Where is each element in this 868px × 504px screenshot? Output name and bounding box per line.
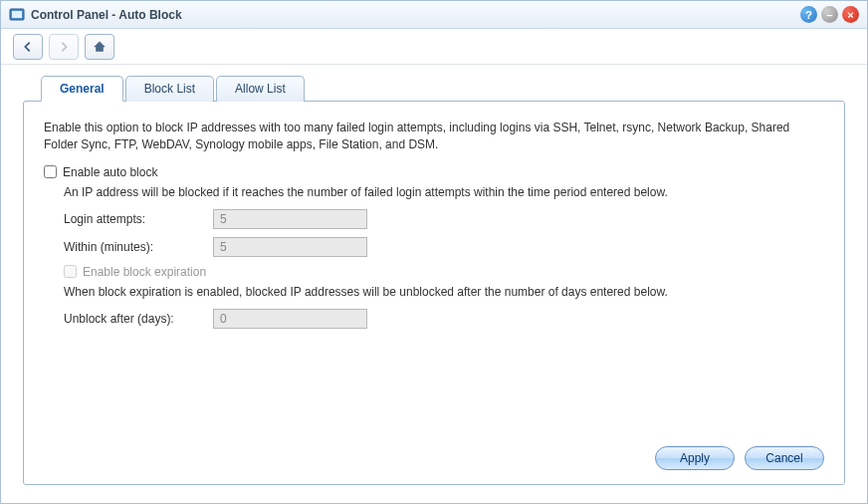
- block-condition-text: An IP address will be blocked if it reac…: [64, 185, 824, 199]
- forward-button[interactable]: [49, 34, 79, 60]
- tab-general[interactable]: General: [41, 76, 123, 102]
- tab-label: Block List: [144, 82, 195, 96]
- button-bar: Apply Cancel: [655, 446, 824, 470]
- enable-auto-block-label[interactable]: Enable auto block: [63, 165, 157, 179]
- within-minutes-row: Within (minutes):: [64, 237, 824, 257]
- home-icon: [93, 40, 107, 54]
- expiration-description: When block expiration is enabled, blocke…: [64, 285, 824, 299]
- enable-block-expiration-row: Enable block expiration: [64, 265, 824, 279]
- window-title: Control Panel - Auto Block: [31, 8, 800, 22]
- tabpanel-general: Enable this option to block IP addresses…: [23, 101, 845, 485]
- titlebar-controls: ? – ×: [800, 6, 859, 23]
- minimize-button[interactable]: –: [821, 6, 838, 23]
- panel-description: Enable this option to block IP addresses…: [44, 120, 824, 153]
- close-button[interactable]: ×: [842, 6, 859, 23]
- arrow-left-icon: [21, 40, 35, 54]
- enable-auto-block-checkbox[interactable]: [44, 165, 57, 178]
- tab-allow-list[interactable]: Allow List: [216, 76, 305, 102]
- login-attempts-input[interactable]: [213, 209, 367, 229]
- enable-block-expiration-label: Enable block expiration: [83, 265, 206, 279]
- auto-block-settings: An IP address will be blocked if it reac…: [44, 185, 824, 329]
- tabs-container: General Block List Allow List Enable thi…: [23, 75, 845, 485]
- within-minutes-input[interactable]: [213, 237, 367, 257]
- content-area: General Block List Allow List Enable thi…: [1, 65, 867, 503]
- tabstrip: General Block List Allow List: [23, 75, 845, 101]
- tab-label: General: [60, 82, 105, 96]
- unblock-after-row: Unblock after (days):: [64, 309, 824, 329]
- unblock-after-input[interactable]: [213, 309, 367, 329]
- nav-toolbar: [1, 29, 867, 65]
- back-button[interactable]: [13, 34, 43, 60]
- svg-rect-1: [12, 11, 22, 18]
- help-button[interactable]: ?: [800, 6, 817, 23]
- apply-button[interactable]: Apply: [655, 446, 735, 470]
- tab-label: Allow List: [235, 82, 286, 96]
- arrow-right-icon: [57, 40, 71, 54]
- window-frame: Control Panel - Auto Block ? – × General…: [0, 0, 868, 504]
- login-attempts-label: Login attempts:: [64, 212, 213, 226]
- app-icon: [9, 7, 25, 23]
- within-minutes-label: Within (minutes):: [64, 240, 213, 254]
- titlebar: Control Panel - Auto Block ? – ×: [1, 1, 867, 29]
- home-button[interactable]: [85, 34, 114, 60]
- enable-auto-block-row: Enable auto block: [44, 165, 824, 179]
- unblock-after-label: Unblock after (days):: [64, 312, 213, 326]
- tab-block-list[interactable]: Block List: [125, 76, 214, 102]
- cancel-button[interactable]: Cancel: [745, 446, 824, 470]
- enable-block-expiration-checkbox[interactable]: [64, 265, 77, 278]
- login-attempts-row: Login attempts:: [64, 209, 824, 229]
